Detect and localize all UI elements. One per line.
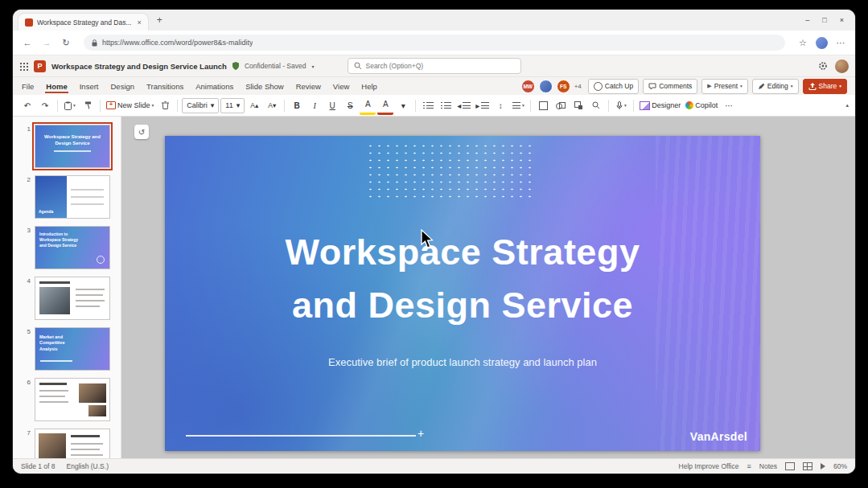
slide-thumbnail-4[interactable]: [35, 277, 110, 320]
refresh-button[interactable]: ↻: [60, 38, 72, 48]
font-options-dropdown[interactable]: ▾: [395, 97, 411, 113]
sensitivity-dropdown-icon[interactable]: ▾: [311, 64, 314, 69]
browser-profile-avatar[interactable]: [816, 37, 828, 49]
new-slide-button[interactable]: + New Slide ▾: [105, 97, 155, 113]
forward-button[interactable]: →: [40, 38, 53, 47]
format-painter-button[interactable]: [80, 97, 96, 113]
bold-button[interactable]: B: [289, 97, 305, 113]
new-tab-button[interactable]: +: [157, 14, 162, 26]
menu-file[interactable]: File: [21, 80, 35, 93]
menu-transitions[interactable]: Transitions: [146, 80, 184, 93]
copilot-button[interactable]: Copilot: [684, 97, 719, 113]
slide-subtitle[interactable]: Executive brief of product launch strate…: [165, 356, 760, 368]
browser-menu-icon[interactable]: ⋯: [834, 38, 847, 48]
editing-mode-button[interactable]: Editing ▾: [752, 79, 799, 94]
normal-view-button[interactable]: [785, 462, 795, 470]
account-avatar[interactable]: [835, 59, 849, 73]
share-button[interactable]: Share ▾: [803, 79, 847, 94]
collaborator-avatar[interactable]: [539, 80, 553, 93]
slide-editor-surface[interactable]: Workspace Strategy and Design Service Ex…: [165, 136, 760, 451]
redo-button[interactable]: ↷: [37, 97, 53, 113]
search-box[interactable]: Search (Option+Q): [348, 58, 521, 74]
slide-thumbnail-1[interactable]: Workspace Strategy and Design Service: [35, 125, 110, 168]
align-button[interactable]: ▾: [510, 97, 526, 113]
comment-bubble-icon: [648, 83, 656, 90]
slide-thumbnail-3[interactable]: Introduction to Workspace Strategy and D…: [35, 226, 110, 269]
collaborator-avatar[interactable]: MW: [521, 80, 535, 93]
powerpoint-logo[interactable]: P: [34, 60, 46, 72]
menu-animations[interactable]: Animations: [195, 80, 234, 93]
find-button[interactable]: [588, 97, 604, 113]
font-color-button[interactable]: A: [377, 96, 393, 115]
share-dropdown-icon[interactable]: ▾: [839, 84, 841, 88]
favorites-star-icon[interactable]: ☆: [796, 38, 809, 48]
highlight-color-button[interactable]: A: [360, 96, 376, 115]
grow-font-button[interactable]: A▴: [246, 97, 262, 113]
delete-slide-button[interactable]: [157, 97, 173, 113]
slide-sorter-view-button[interactable]: [803, 462, 812, 470]
strikethrough-button[interactable]: S: [342, 97, 358, 113]
italic-button[interactable]: I: [306, 97, 323, 113]
help-improve-link[interactable]: Help Improve Office: [679, 462, 739, 470]
slide-thumbnail-6[interactable]: [35, 378, 110, 421]
undo-button[interactable]: ↶: [19, 97, 35, 113]
comments-button[interactable]: Comments: [643, 79, 697, 94]
text-box-button[interactable]: [535, 97, 551, 113]
line-spacing-button[interactable]: ↕: [492, 97, 508, 113]
collaborator-overflow[interactable]: +4: [574, 83, 582, 90]
designer-button[interactable]: Designer: [638, 97, 682, 113]
slide-number: 6: [23, 378, 31, 421]
slide-canvas[interactable]: ↺ Workspace Strategy and Design Service …: [121, 117, 855, 458]
underline-button[interactable]: U: [324, 97, 340, 113]
slide-counter[interactable]: Slide 1 of 8: [21, 462, 56, 470]
present-button[interactable]: ▶ Present ▾: [701, 79, 747, 94]
pencil-icon: [758, 83, 765, 90]
address-bar-input[interactable]: https://www.office.com/word/power8&s-mal…: [84, 35, 785, 51]
sensitivity-label[interactable]: Confidential - Saved: [245, 62, 306, 70]
menu-design[interactable]: Design: [109, 80, 135, 93]
bullets-button[interactable]: [420, 97, 436, 113]
language-indicator[interactable]: English (U.S.): [67, 462, 109, 470]
collaborator-avatar[interactable]: FS: [557, 80, 570, 93]
dictate-button[interactable]: ▾: [613, 97, 629, 113]
slide-thumbnail-5[interactable]: Market and Competitive Analysis: [35, 327, 110, 371]
settings-gear-icon[interactable]: [818, 61, 828, 71]
notes-toggle[interactable]: Notes: [759, 462, 777, 470]
canvas-floating-tool-button[interactable]: ↺: [134, 125, 149, 139]
increase-indent-button[interactable]: ▸: [474, 97, 491, 113]
editing-dropdown-icon[interactable]: ▾: [791, 84, 793, 88]
tab-close-icon[interactable]: ×: [137, 18, 141, 27]
slide-thumbnail-2[interactable]: Agenda: [35, 175, 110, 219]
menu-home[interactable]: Home: [45, 80, 68, 93]
maximize-button[interactable]: □: [822, 16, 826, 24]
slide-thumbnail-7[interactable]: [35, 429, 110, 458]
minimize-button[interactable]: –: [805, 16, 809, 24]
sensitivity-shield-icon: [232, 62, 239, 70]
toolbar-overflow-button[interactable]: ⋯: [721, 97, 737, 113]
app-launcher-icon[interactable]: [19, 62, 28, 71]
slide-title[interactable]: Workspace Strategy and Design Service: [165, 226, 760, 332]
collapse-ribbon-icon[interactable]: ▴: [845, 102, 849, 109]
menu-review[interactable]: Review: [295, 80, 322, 93]
arrange-button[interactable]: [570, 97, 586, 113]
window-close-button[interactable]: ×: [840, 16, 844, 24]
slideshow-view-button[interactable]: [821, 463, 825, 470]
menu-slide-show[interactable]: Slide Show: [245, 80, 285, 93]
shapes-button[interactable]: [553, 97, 569, 113]
document-title[interactable]: Workspace Strategy and Design Service La…: [51, 62, 227, 71]
numbering-button[interactable]: [438, 97, 454, 113]
shrink-font-button[interactable]: A▾: [264, 97, 280, 113]
present-dropdown-icon[interactable]: ▾: [740, 84, 743, 88]
menu-help[interactable]: Help: [360, 80, 378, 93]
paste-button[interactable]: ▾: [62, 97, 78, 113]
back-button[interactable]: ←: [21, 38, 34, 47]
zoom-level[interactable]: 60%: [833, 462, 847, 470]
font-name-select[interactable]: Calibri ▾: [182, 98, 219, 113]
font-size-select[interactable]: 11 ▾: [220, 98, 245, 113]
browser-tab[interactable]: Workspace Strategy and Das... ×: [18, 13, 149, 31]
catch-up-button[interactable]: Catch Up: [588, 79, 639, 94]
image-placeholder: [88, 405, 106, 416]
decrease-indent-button[interactable]: ◂: [455, 97, 472, 113]
menu-insert[interactable]: Insert: [79, 80, 100, 93]
menu-view[interactable]: View: [332, 80, 350, 93]
